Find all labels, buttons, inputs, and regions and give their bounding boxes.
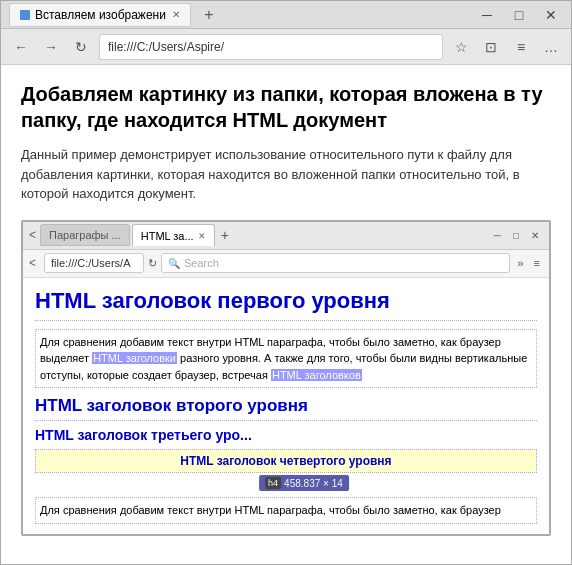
inner-address-text: file:///C:/Users/A: [51, 257, 130, 269]
inner-minimize-button[interactable]: ─: [490, 229, 505, 242]
inner-refresh-button[interactable]: ↻: [148, 257, 157, 270]
inner-tab-html[interactable]: HTML за... ✕: [132, 224, 215, 246]
inner-search-placeholder: Search: [184, 257, 219, 269]
inner-browser-window: < Параграфы ... HTML за... ✕ + ─ □ ✕ <: [21, 220, 551, 536]
inner-search-bar[interactable]: 🔍 Search: [161, 253, 510, 273]
inner-tab1-label: Параграфы ...: [49, 229, 121, 241]
outer-tab[interactable]: Вставляем изображени ✕: [9, 3, 191, 27]
inner-window-controls: ─ □ ✕: [490, 229, 543, 242]
inner-address-bar[interactable]: file:///C:/Users/A: [44, 253, 144, 273]
close-button[interactable]: ✕: [539, 3, 563, 27]
inner-search-icon: 🔍: [168, 258, 180, 269]
page-content: Добавляем картинку из папки, которая вло…: [1, 65, 571, 564]
inner-h2: HTML заголовок второго уровня: [35, 396, 537, 421]
overflow-button[interactable]: …: [539, 35, 563, 59]
inner-maximize-button[interactable]: □: [509, 229, 523, 242]
outer-nav-bar: ← → ↻ file:///C:/Users/Aspire/ ☆ ⊡ ≡ …: [1, 29, 571, 65]
inner-overflow-button[interactable]: »: [514, 257, 526, 269]
window-controls: ─ □ ✕: [475, 3, 563, 27]
inner-title-bar: < Параграфы ... HTML за... ✕ + ─ □ ✕: [23, 222, 549, 250]
tooltip-tag-label: h4: [265, 477, 281, 489]
inner-h1: HTML заголовок первого уровня: [35, 288, 537, 321]
refresh-button[interactable]: ↻: [69, 35, 93, 59]
outer-title-bar: Вставляем изображени ✕ + ─ □ ✕: [1, 1, 571, 29]
inner-h4: HTML заголовок четвертого уровня: [35, 449, 537, 473]
outer-browser-window: Вставляем изображени ✕ + ─ □ ✕ ← → ↻ fil…: [0, 0, 572, 565]
inner-menu-button[interactable]: ≡: [531, 257, 543, 269]
new-tab-button[interactable]: +: [197, 3, 221, 27]
inner-tab2-label: HTML за...: [141, 230, 194, 242]
tab-favicon-icon: [20, 10, 30, 20]
forward-button[interactable]: →: [39, 35, 63, 59]
outer-tab-close-icon[interactable]: ✕: [172, 9, 180, 20]
minimize-button[interactable]: ─: [475, 3, 499, 27]
inner-h4-container: HTML заголовок четвертого уровня h4 458.…: [35, 449, 537, 473]
inner-p1-highlighted2: HTML заголовков: [271, 369, 362, 381]
tooltip-size-text: 458.837 × 14: [284, 478, 343, 489]
reader-icon[interactable]: ⊡: [479, 35, 503, 59]
back-button[interactable]: ←: [9, 35, 33, 59]
address-bar[interactable]: file:///C:/Users/Aspire/: [99, 34, 443, 60]
inner-paragraph2: Для сравнения добавим текст внутри HTML …: [35, 497, 537, 524]
inner-nav-bar: < file:///C:/Users/A ↻ 🔍 Search » ≡: [23, 250, 549, 278]
inner-page-content: HTML заголовок первого уровня Для сравне…: [23, 278, 549, 534]
inner-close-button[interactable]: ✕: [527, 229, 543, 242]
inner-tab2-close-icon[interactable]: ✕: [198, 231, 206, 241]
maximize-button[interactable]: □: [507, 3, 531, 27]
bookmark-icon[interactable]: ☆: [449, 35, 473, 59]
inner-p2-text: Для сравнения добавим текст внутри HTML …: [40, 504, 501, 516]
inner-tab-paragraphs[interactable]: Параграфы ...: [40, 224, 130, 246]
inner-nav-back-button[interactable]: <: [29, 256, 36, 270]
inner-paragraph1: Для сравнения добавим текст внутри HTML …: [35, 329, 537, 389]
inner-new-tab-button[interactable]: +: [221, 227, 229, 243]
page-paragraph: Данный пример демонстрирует использовани…: [21, 145, 551, 204]
menu-button[interactable]: ≡: [509, 35, 533, 59]
address-text: file:///C:/Users/Aspire/: [108, 40, 224, 54]
inner-p1-highlighted1: HTML заголовки: [92, 352, 177, 364]
inner-h3: HTML заголовок третьего уро...: [35, 427, 537, 443]
outer-tab-label: Вставляем изображени: [35, 8, 166, 22]
page-heading: Добавляем картинку из папки, которая вло…: [21, 81, 551, 133]
inner-back-button[interactable]: <: [29, 228, 36, 242]
element-tooltip: h4 458.837 × 14: [259, 475, 349, 491]
